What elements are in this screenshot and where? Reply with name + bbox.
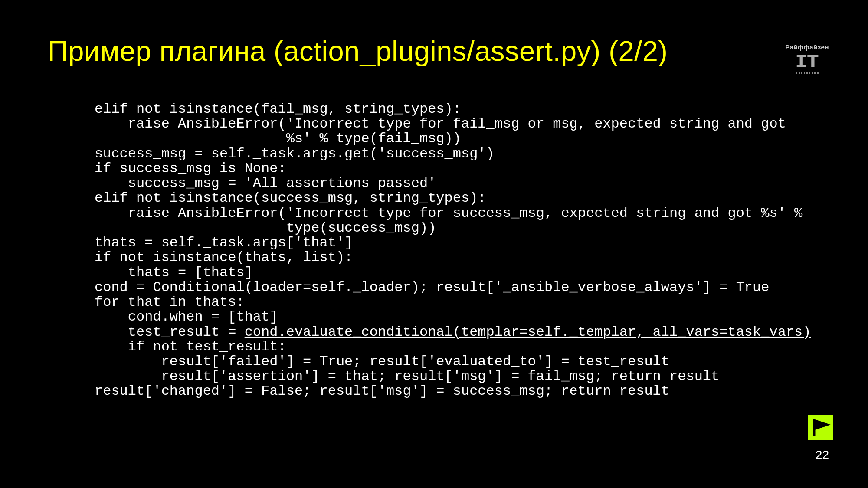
code-line: cond = Conditional(loader=self._loader);… xyxy=(95,279,769,295)
code-line: elif not isinstance(fail_msg, string_typ… xyxy=(95,101,461,117)
code-line: raise AnsibleError('Incorrect type for s… xyxy=(95,205,802,221)
slide-title: Пример плагина (action_plugins/assert.py… xyxy=(48,35,668,67)
code-line: cond.when = [that] xyxy=(95,309,278,325)
company-logo: Райффайзен IT xyxy=(785,43,829,74)
code-line-underlined: cond.evaluate_conditional(templar=self._… xyxy=(245,324,811,340)
logo-it-text: IT xyxy=(796,52,819,74)
code-line: raise AnsibleError('Incorrect type for f… xyxy=(95,116,786,132)
code-line: success_msg = self._task.args.get('succe… xyxy=(95,146,495,162)
code-line: if not isinstance(thats, list): xyxy=(95,249,353,265)
code-line: result['changed'] = False; result['msg']… xyxy=(95,383,669,399)
code-block: elif not isinstance(fail_msg, string_typ… xyxy=(95,102,790,399)
code-line: test_result = xyxy=(95,324,245,340)
code-line: type(success_msg)) xyxy=(95,220,436,236)
code-line: if success_msg is None: xyxy=(95,160,286,177)
code-line: result['assertion'] = that; result['msg'… xyxy=(95,368,719,384)
code-line: result['failed'] = True; result['evaluat… xyxy=(95,354,669,370)
code-line: thats = self._task.args['that'] xyxy=(95,235,353,251)
code-line: for that in thats: xyxy=(95,294,245,310)
page-number: 22 xyxy=(816,448,829,462)
code-line: thats = [thats] xyxy=(95,265,253,281)
slide: Пример плагина (action_plugins/assert.py… xyxy=(0,0,868,488)
code-line: elif not isinstance(success_msg, string_… xyxy=(95,190,486,206)
code-line: %s' % type(fail_msg)) xyxy=(95,131,461,147)
flag-icon xyxy=(808,415,833,440)
logo-brand-text: Райффайзен xyxy=(785,43,829,51)
code-line: success_msg = 'All assertions passed' xyxy=(95,175,436,191)
code-line: if not test_result: xyxy=(95,339,286,355)
